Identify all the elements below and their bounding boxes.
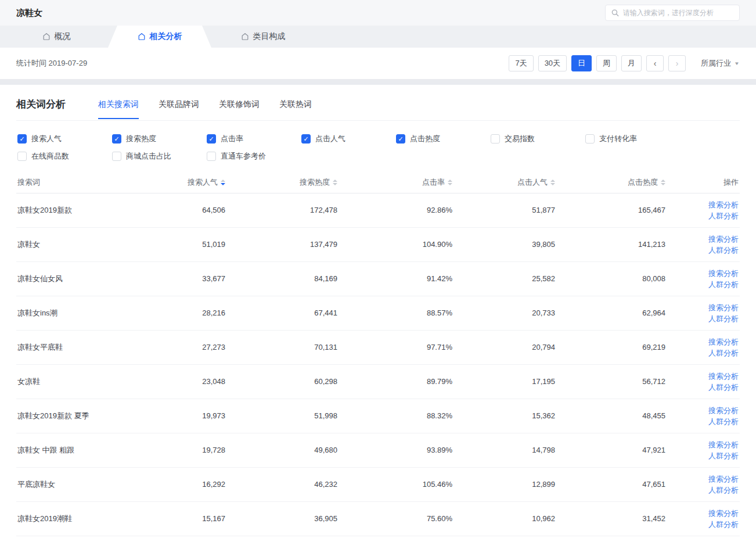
click-popularity-cell: 20,733 (453, 296, 556, 330)
audience-analysis-link[interactable]: 人群分析 (668, 245, 739, 256)
click-heat-cell: 48,455 (556, 399, 667, 433)
column-header-2[interactable]: 搜索热度 (226, 172, 339, 193)
audience-analysis-link[interactable]: 人群分析 (668, 382, 739, 393)
column-header-6: 操作 (667, 172, 740, 193)
column-header-1[interactable]: 搜索人气 (139, 172, 226, 193)
section-tab-2[interactable]: 关联修饰词 (219, 99, 260, 119)
audience-analysis-link[interactable]: 人群分析 (668, 313, 739, 324)
section-divider (0, 79, 756, 85)
sort-icon (221, 180, 225, 185)
actions-cell: 搜索分析人群分析 (667, 296, 740, 330)
metric-checkbox-5[interactable]: 交易指数 (491, 134, 585, 144)
metric-checkbox-8[interactable]: 商城点击占比 (112, 151, 207, 162)
actions-cell: 搜索分析人群分析 (667, 193, 740, 227)
audience-analysis-link[interactable]: 人群分析 (668, 347, 739, 358)
click-popularity-cell: 39,805 (453, 227, 556, 261)
metric-checkbox-3[interactable]: ✓点击人气 (301, 134, 396, 144)
industry-dropdown[interactable]: 所属行业 ▼ (701, 58, 740, 69)
range-button-1[interactable]: 30天 (538, 55, 567, 71)
search-analysis-link[interactable]: 搜索分析 (668, 302, 739, 313)
section-tab-3[interactable]: 关联热词 (279, 99, 312, 119)
ctr-cell: 93.89% (339, 433, 453, 467)
pentagon-icon (138, 33, 146, 41)
search-analysis-link[interactable]: 搜索分析 (668, 199, 739, 210)
click-popularity-cell: 20,794 (453, 330, 556, 364)
actions-cell: 搜索分析人群分析 (667, 467, 740, 501)
section-tab-1[interactable]: 关联品牌词 (159, 99, 199, 119)
range-button-3[interactable]: 周 (596, 55, 617, 71)
industry-label: 所属行业 (701, 58, 731, 69)
nav-tab-label: 类目构成 (253, 31, 286, 42)
column-label: 搜索热度 (300, 178, 330, 186)
metric-checkbox-9[interactable]: 直通车参考价 (207, 151, 301, 162)
keyword-cell: 凉鞋女 中跟 粗跟 (16, 433, 139, 467)
audience-analysis-link[interactable]: 人群分析 (668, 485, 739, 496)
table-row: 凉鞋女ins潮28,21667,44188.57%20,73362,964搜索分… (16, 296, 740, 330)
nav-tab-label: 概况 (55, 31, 71, 42)
next-period-button[interactable]: › (668, 55, 686, 71)
header: 凉鞋女 (0, 0, 756, 26)
actions-cell: 搜索分析人群分析 (667, 227, 740, 261)
table-row: 凉鞋女仙女风33,67784,16991.42%25,58280,008搜索分析… (16, 261, 740, 296)
metric-checkbox-4[interactable]: ✓点击热度 (396, 134, 491, 144)
metric-checkbox-label: 点击率 (221, 134, 243, 144)
search-analysis-link[interactable]: 搜索分析 (668, 439, 739, 450)
audience-analysis-link[interactable]: 人群分析 (668, 279, 739, 290)
metric-checkbox-label: 交易指数 (505, 134, 535, 144)
column-header-3[interactable]: 点击率 (339, 172, 453, 193)
prev-period-button[interactable]: ‹ (646, 55, 664, 71)
click-popularity-cell: 14,798 (453, 433, 556, 467)
audience-analysis-link[interactable]: 人群分析 (668, 210, 739, 221)
metric-checkbox-6[interactable]: 支付转化率 (585, 134, 680, 144)
column-label: 搜索词 (17, 178, 40, 186)
audience-analysis-link[interactable]: 人群分析 (668, 519, 739, 530)
column-header-4[interactable]: 点击人气 (453, 172, 556, 193)
nav-tab-label: 相关分析 (150, 31, 182, 42)
search-analysis-link[interactable]: 搜索分析 (668, 268, 739, 279)
audience-analysis-link[interactable]: 人群分析 (668, 416, 739, 427)
nav-tab-2[interactable]: 类目构成 (211, 26, 315, 48)
keyword-cell: 凉鞋女平底鞋 (16, 330, 139, 364)
table-body: 凉鞋女2019新款64,506172,47892.86%51,877165,46… (16, 193, 740, 536)
sort-icon (661, 180, 665, 185)
column-label: 搜索人气 (188, 178, 218, 186)
click-heat-cell: 62,964 (556, 296, 667, 330)
metric-checkbox-7[interactable]: 在线商品数 (17, 151, 112, 162)
click-heat-cell: 56,712 (556, 364, 667, 399)
keyword-cell: 女凉鞋 (16, 364, 139, 399)
nav-tab-0[interactable]: 概况 (5, 26, 108, 48)
search-analysis-link[interactable]: 搜索分析 (668, 336, 739, 347)
nav-tab-1[interactable]: 相关分析 (108, 26, 211, 48)
metric-checkbox-label: 商城点击占比 (126, 151, 171, 162)
audience-analysis-link[interactable]: 人群分析 (668, 450, 739, 461)
range-button-0[interactable]: 7天 (509, 55, 533, 71)
click-popularity-cell: 15,362 (453, 399, 556, 433)
metric-checkbox-1[interactable]: ✓搜索热度 (112, 134, 207, 144)
metric-checkbox-group: ✓搜索人气✓搜索热度✓点击率✓点击人气✓点击热度交易指数支付转化率在线商品数商城… (16, 121, 684, 167)
search-popularity-cell: 19,728 (139, 433, 226, 467)
search-box[interactable] (605, 5, 740, 21)
metric-checkbox-label: 点击人气 (315, 134, 345, 144)
range-button-2[interactable]: 日 (571, 55, 592, 71)
column-header-0: 搜索词 (16, 172, 139, 193)
table-row: 凉鞋女2019潮鞋15,16736,90575.60%10,96231,452搜… (16, 501, 740, 536)
range-button-4[interactable]: 月 (621, 55, 642, 71)
search-analysis-link[interactable]: 搜索分析 (668, 234, 739, 245)
search-analysis-link[interactable]: 搜索分析 (668, 371, 739, 382)
search-analysis-link[interactable]: 搜索分析 (668, 508, 739, 519)
search-popularity-cell: 23,048 (139, 364, 226, 399)
search-icon (611, 9, 619, 17)
ctr-cell: 88.32% (339, 399, 453, 433)
search-popularity-cell: 19,973 (139, 399, 226, 433)
metric-checkbox-label: 在线商品数 (31, 151, 69, 162)
checkbox-checked-icon: ✓ (17, 134, 27, 144)
metric-checkbox-0[interactable]: ✓搜索人气 (17, 134, 112, 144)
metric-checkbox-2[interactable]: ✓点击率 (207, 134, 301, 144)
section-tab-0[interactable]: 相关搜索词 (98, 99, 139, 119)
search-analysis-link[interactable]: 搜索分析 (668, 474, 739, 485)
column-header-5[interactable]: 点击热度 (556, 172, 667, 193)
search-input[interactable] (623, 9, 733, 17)
search-analysis-link[interactable]: 搜索分析 (668, 405, 739, 416)
search-heat-cell: 36,905 (226, 501, 339, 536)
sort-icon (448, 180, 452, 185)
